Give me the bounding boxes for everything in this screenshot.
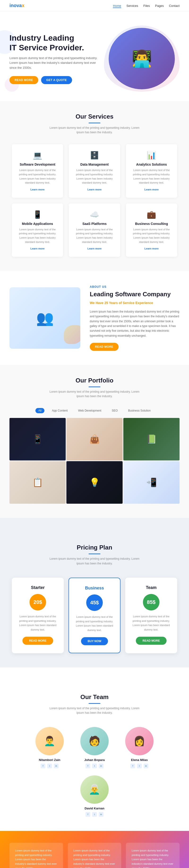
services-heading: Our Services: [9, 113, 180, 120]
about-read-more-button[interactable]: READ MORE: [90, 343, 119, 351]
facebook-icon-0[interactable]: f: [41, 764, 45, 768]
portfolio-line: [89, 386, 100, 387]
service-title-1: Data Management: [73, 162, 115, 166]
service-title-4: SaaS Platforms: [73, 222, 115, 226]
pricing-btn-1[interactable]: BUY NOW: [81, 637, 108, 645]
testimonial-text-1: Lorem ipsum dummy text of the printing a…: [73, 848, 116, 868]
pricing-card-team: Team 85$ Lorem ipsum dummy text of the p…: [125, 578, 177, 653]
pricing-btn-2[interactable]: READ MORE: [136, 637, 166, 645]
hero-get-quote-button[interactable]: GET A QUOTE: [41, 76, 72, 84]
team-avatar-2: 👩: [125, 727, 154, 755]
team-social-1: f t in: [75, 764, 114, 768]
service-learn-more-2[interactable]: Learn more: [144, 188, 159, 191]
service-card-4: ☁️ SaaS Platforms Lorem ipsum dummy text…: [69, 204, 120, 257]
portfolio-emoji-2: 📗: [146, 434, 157, 444]
pricing-desc-1: Lorem ipsum dummy text of the printing a…: [75, 615, 114, 632]
linkedin-icon-2[interactable]: in: [144, 764, 148, 768]
facebook-icon-2[interactable]: f: [130, 764, 135, 768]
team-social-2: f t in: [121, 764, 158, 768]
twitter-icon-0[interactable]: t: [47, 764, 52, 768]
facebook-icon-1[interactable]: f: [86, 764, 90, 768]
pricing-header: Pricing Plan Lorem ipsum dummy text of t…: [9, 532, 180, 570]
team-social-3: f t in: [75, 812, 114, 817]
nav-item-home[interactable]: Home: [113, 4, 121, 8]
service-title-0: Software Development: [17, 162, 58, 166]
portfolio-item-2[interactable]: 📗 Branding: [123, 418, 180, 461]
service-learn-more-5[interactable]: Learn more: [144, 247, 159, 250]
service-icon-0: 💻: [17, 151, 58, 160]
service-learn-more-4[interactable]: Learn more: [87, 247, 102, 250]
team-heading: Our Team: [19, 693, 170, 701]
portfolio-item-1[interactable]: 👜 Product Design: [66, 418, 123, 461]
navbar: inovax Home Services Files Pages Contact: [0, 0, 189, 11]
portfolio-emoji-1: 👜: [89, 434, 100, 444]
portfolio-heading: Our Portfolio: [9, 377, 180, 384]
twitter-icon-3[interactable]: t: [92, 812, 97, 817]
testimonial-card-2: Lorem ipsum dummy text of the printing a…: [126, 843, 180, 868]
testimonial-card-1: Lorem ipsum dummy text of the printing a…: [68, 843, 121, 868]
filter-business[interactable]: Business Solution: [125, 408, 153, 413]
service-card-1: 🗄️ Data Management Lorem ipsum dummy tex…: [69, 144, 120, 197]
twitter-icon-2[interactable]: t: [137, 764, 142, 768]
filter-all[interactable]: All: [35, 408, 44, 413]
nav-item-services[interactable]: Services: [126, 4, 138, 7]
filter-web[interactable]: Web Development: [75, 408, 104, 413]
filter-seo[interactable]: SEO: [109, 408, 121, 413]
team-section: Our Team Lorem ipsum dummy text of the p…: [0, 668, 189, 831]
pricing-price-2: 85$: [143, 594, 159, 611]
twitter-icon-1[interactable]: t: [92, 764, 97, 768]
nav-item-files[interactable]: Files: [144, 4, 150, 7]
pricing-name-1: Business: [75, 586, 114, 591]
team-avatar-3: 👨‍🦳: [80, 775, 109, 804]
team-header: Our Team Lorem ipsum dummy text of the p…: [9, 682, 180, 720]
service-icon-3: 📱: [17, 210, 58, 219]
pricing-desc-0: Lorem ipsum dummy text of the printing a…: [18, 614, 58, 632]
service-card-0: 💻 Software Development Lorem ipsum dummy…: [12, 144, 63, 197]
testimonial-card-0: Lorem ipsum dummy text of the printing a…: [9, 843, 63, 868]
about-tag: About Us: [90, 285, 180, 288]
services-header: Our Services Lorem ipsum dummy text of t…: [0, 101, 189, 140]
pricing-name-2: Team: [131, 585, 171, 590]
linkedin-icon-0[interactable]: in: [54, 764, 59, 768]
hero-heading: Industry Leading IT Service Provider.: [9, 33, 99, 53]
team-line: [89, 703, 100, 704]
service-learn-more-1[interactable]: Learn more: [87, 188, 102, 191]
pricing-card-business: Business 45$ Lorem ipsum dummy text of t…: [68, 578, 121, 653]
about-heading: Leading Software Company: [90, 290, 180, 299]
testimonial-text-2: Lorem ipsum dummy text of the printing a…: [132, 848, 174, 868]
linkedin-icon-3[interactable]: in: [99, 812, 103, 817]
about-content: About Us Leading Software Company We Hav…: [90, 285, 180, 351]
hero-read-more-button[interactable]: READ MORE: [9, 76, 38, 84]
pricing-price-1: 45$: [86, 594, 103, 611]
pricing-btn-0[interactable]: READ MORE: [23, 637, 53, 645]
service-title-2: Analytics Solutions: [131, 162, 172, 166]
portfolio-header: Our Portfolio Lorem ipsum dummy text of …: [0, 365, 189, 403]
portfolio-filters: All App Content Web Development SEO Busi…: [0, 403, 189, 418]
portfolio-item-3[interactable]: 📋 Stationery: [9, 461, 66, 504]
portfolio-emoji-3: 📋: [32, 477, 43, 487]
portfolio-item-4[interactable]: 💡 Technology: [66, 461, 123, 504]
service-desc-0: Lorem ipsum dummy text of the printing a…: [17, 168, 58, 185]
hero-section: Industry Leading IT Service Provider. Lo…: [0, 11, 189, 101]
portfolio-emoji-4: 💡: [89, 477, 100, 487]
about-blob: [64, 325, 80, 344]
pricing-card-starter: Starter 20$ Lorem ipsum dummy text of th…: [12, 578, 64, 653]
filter-app[interactable]: App Content: [49, 408, 71, 413]
nav-item-pages[interactable]: Pages: [155, 4, 164, 7]
facebook-icon-3[interactable]: f: [86, 812, 90, 817]
service-title-3: Mobile Applications: [17, 222, 58, 226]
service-learn-more-3[interactable]: Learn more: [30, 247, 45, 250]
services-line: [89, 123, 100, 123]
portfolio-item-0[interactable]: 📱 App Design: [9, 418, 66, 461]
service-learn-more-0[interactable]: Learn more: [30, 188, 45, 191]
portfolio-item-5[interactable]: 📲 Web Design: [123, 461, 180, 504]
service-card-5: 💼 Business Consulting Lorem ipsum dummy …: [126, 204, 177, 257]
service-card-2: 📊 Analytics Solutions Lorem ipsum dummy …: [126, 144, 177, 197]
testimonials-grid: Lorem ipsum dummy text of the printing a…: [9, 843, 180, 868]
portfolio-grid: 📱 App Design 👜 Product Design 📗 Branding…: [0, 418, 189, 504]
linkedin-icon-1[interactable]: in: [99, 764, 103, 768]
nav-item-contact[interactable]: Contact: [169, 4, 180, 7]
team-name-3: David Karnan: [75, 807, 114, 810]
service-icon-1: 🗄️: [73, 151, 115, 160]
pricing-line: [89, 554, 100, 554]
